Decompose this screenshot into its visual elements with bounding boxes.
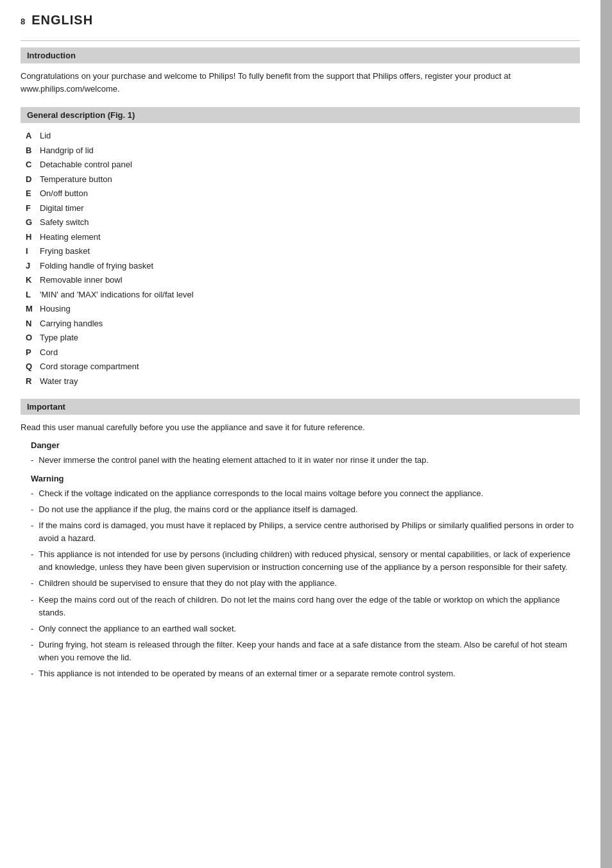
list-item: GSafety switch bbox=[26, 216, 580, 229]
list-item: L'MIN' and 'MAX' indications for oil/fat… bbox=[26, 288, 580, 301]
list-item: This appliance is not intended for use b… bbox=[31, 548, 580, 574]
item-text: Housing bbox=[40, 303, 71, 315]
page: 8 ENGLISH Introduction Congratulations o… bbox=[0, 0, 612, 868]
item-letter: A bbox=[26, 129, 40, 142]
item-text: Safety switch bbox=[40, 216, 89, 229]
important-intro: Read this user manual carefully before y… bbox=[21, 421, 580, 434]
header-divider bbox=[21, 40, 580, 41]
item-text: Temperature button bbox=[40, 173, 112, 186]
danger-list: Never immerse the control panel with the… bbox=[31, 454, 580, 467]
list-item: CDetachable control panel bbox=[26, 158, 580, 171]
item-text: Cord storage compartment bbox=[40, 360, 139, 373]
item-text: Detachable control panel bbox=[40, 158, 132, 171]
warning-title: Warning bbox=[31, 474, 580, 483]
item-letter: Q bbox=[26, 360, 40, 373]
list-item: FDigital timer bbox=[26, 202, 580, 215]
general-description-header: General description (Fig. 1) bbox=[21, 107, 580, 123]
item-text: Frying basket bbox=[40, 245, 90, 258]
general-description-section: General description (Fig. 1) ALidBHandgr… bbox=[21, 107, 580, 387]
item-letter: R bbox=[26, 375, 40, 388]
list-item: Do not use the appliance if the plug, th… bbox=[31, 503, 580, 516]
item-text: Heating element bbox=[40, 231, 101, 244]
list-item: If the mains cord is damaged, you must h… bbox=[31, 519, 580, 545]
introduction-text: Congratulations on your purchase and wel… bbox=[21, 70, 580, 96]
item-text: Folding handle of frying basket bbox=[40, 260, 153, 272]
list-item: KRemovable inner bowl bbox=[26, 274, 580, 287]
list-item: DTemperature button bbox=[26, 173, 580, 186]
page-language: ENGLISH bbox=[31, 13, 93, 28]
list-item: Never immerse the control panel with the… bbox=[31, 454, 580, 467]
item-letter: J bbox=[26, 260, 40, 272]
item-text: Water tray bbox=[40, 375, 78, 388]
item-letter: G bbox=[26, 216, 40, 229]
page-header: 8 ENGLISH bbox=[21, 13, 580, 30]
item-letter: C bbox=[26, 158, 40, 171]
item-letter: P bbox=[26, 346, 40, 359]
item-text: Lid bbox=[40, 129, 51, 142]
item-letter: F bbox=[26, 202, 40, 215]
item-text: Carrying handles bbox=[40, 317, 103, 330]
item-text: Digital timer bbox=[40, 202, 84, 215]
list-item: QCord storage compartment bbox=[26, 360, 580, 373]
introduction-section: Introduction Congratulations on your pur… bbox=[21, 47, 580, 96]
list-item: Check if the voltage indicated on the ap… bbox=[31, 487, 580, 500]
item-letter: M bbox=[26, 303, 40, 315]
item-text: On/off button bbox=[40, 187, 88, 200]
main-content: 8 ENGLISH Introduction Congratulations o… bbox=[0, 0, 600, 868]
page-number: 8 bbox=[21, 17, 25, 26]
right-tab bbox=[600, 0, 612, 868]
item-letter: L bbox=[26, 288, 40, 301]
item-letter: N bbox=[26, 317, 40, 330]
list-item: Only connect the appliance to an earthed… bbox=[31, 622, 580, 635]
list-item: Keep the mains cord out of the reach of … bbox=[31, 594, 580, 619]
list-item: IFrying basket bbox=[26, 245, 580, 258]
danger-title: Danger bbox=[31, 440, 580, 450]
list-item: BHandgrip of lid bbox=[26, 144, 580, 157]
description-table: ALidBHandgrip of lidCDetachable control … bbox=[26, 129, 580, 387]
item-text: Handgrip of lid bbox=[40, 144, 94, 157]
list-item: PCord bbox=[26, 346, 580, 359]
item-text: 'MIN' and 'MAX' indications for oil/fat … bbox=[40, 288, 194, 301]
list-item: OType plate bbox=[26, 331, 580, 344]
introduction-header: Introduction bbox=[21, 47, 580, 63]
warning-list: Check if the voltage indicated on the ap… bbox=[31, 487, 580, 681]
list-item: ALid bbox=[26, 129, 580, 142]
list-item: During frying, hot steam is released thr… bbox=[31, 638, 580, 664]
item-text: Removable inner bowl bbox=[40, 274, 123, 287]
item-text: Cord bbox=[40, 346, 58, 359]
item-letter: E bbox=[26, 187, 40, 200]
list-item: HHeating element bbox=[26, 231, 580, 244]
item-text: Type plate bbox=[40, 331, 78, 344]
important-section: Important Read this user manual carefull… bbox=[21, 399, 580, 680]
list-item: This appliance is not intended to be ope… bbox=[31, 667, 580, 680]
item-letter: H bbox=[26, 231, 40, 244]
list-item: EOn/off button bbox=[26, 187, 580, 200]
item-letter: O bbox=[26, 331, 40, 344]
list-item: MHousing bbox=[26, 303, 580, 315]
list-item: Children should be supervised to ensure … bbox=[31, 577, 580, 590]
item-letter: B bbox=[26, 144, 40, 157]
list-item: JFolding handle of frying basket bbox=[26, 260, 580, 272]
item-letter: K bbox=[26, 274, 40, 287]
important-header: Important bbox=[21, 399, 580, 415]
item-letter: I bbox=[26, 245, 40, 258]
list-item: NCarrying handles bbox=[26, 317, 580, 330]
list-item: RWater tray bbox=[26, 375, 580, 388]
item-letter: D bbox=[26, 173, 40, 186]
